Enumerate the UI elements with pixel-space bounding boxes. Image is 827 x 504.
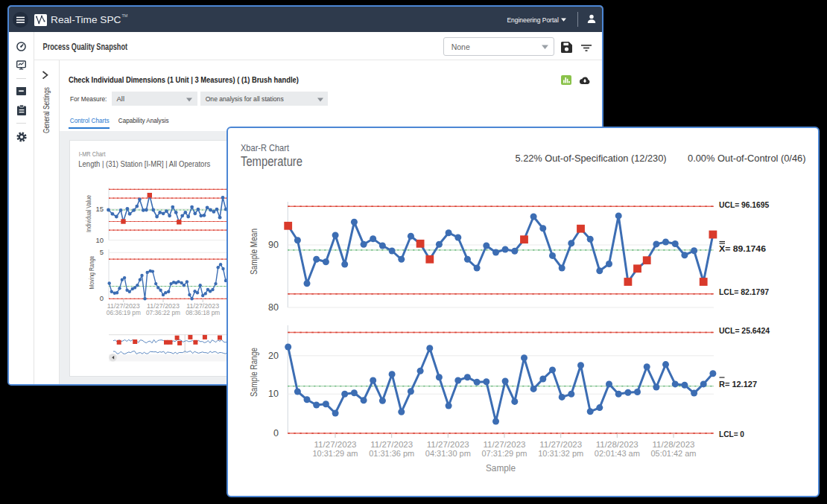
svg-text:Moving Range: Moving Range [88,255,95,289]
svg-text:06:36:19 pm: 06:36:19 pm [107,309,141,316]
svg-text:Check Individual Dimensions (1: Check Individual Dimensions (1 Unit | 3 … [69,75,299,84]
svg-text:90: 90 [268,240,279,250]
svg-text:Sample Range: Sample Range [249,348,259,397]
svg-text:All: All [117,95,125,103]
svg-text:Individual Value: Individual Value [85,195,92,232]
svg-text:Sample: Sample [486,463,516,473]
svg-text:10:31:32 pm: 10:31:32 pm [538,449,583,458]
svg-text:08:36:18 pm: 08:36:18 pm [186,309,220,316]
svg-text:01:31:36 pm: 01:31:36 pm [369,449,414,458]
svg-text:11/27/2023: 11/27/2023 [427,440,469,449]
svg-text:11/27/2023: 11/27/2023 [314,440,357,449]
svg-text:11/27/2023: 11/27/2023 [539,440,582,449]
svg-text:None: None [451,42,470,51]
svg-text:0.00% Out-of-Control (0/46): 0.00% Out-of-Control (0/46) [688,153,806,164]
svg-text:I-MR Chart: I-MR Chart [79,150,106,158]
svg-text:10:31:29 am: 10:31:29 am [313,449,358,458]
svg-text:LCL= 82.1797: LCL= 82.1797 [719,287,769,296]
svg-text:11/27/2023: 11/27/2023 [370,440,413,449]
svg-text:10: 10 [268,389,279,399]
svg-text:0: 0 [273,428,279,438]
svg-text:Sample Mean: Sample Mean [249,229,259,275]
svg-text:07:31:29 pm: 07:31:29 pm [482,449,527,458]
svg-text:Control Charts: Control Charts [70,116,110,124]
svg-text:0: 0 [100,294,104,302]
svg-text:Length | (31) Station [I-MR] |: Length | (31) Station [I-MR] | All Opera… [78,159,210,168]
svg-text:20: 20 [268,351,279,361]
svg-text:Engineering Portal: Engineering Portal [507,16,559,24]
svg-text:TM: TM [122,13,128,18]
svg-text:Process Quality Snapshot: Process Quality Snapshot [43,42,128,52]
svg-text:UCL= 25.6424: UCL= 25.6424 [719,326,770,335]
svg-text:UCL= 96.1695: UCL= 96.1695 [719,200,769,209]
svg-text:07:36:22 pm: 07:36:22 pm [146,309,180,316]
svg-text:LCL= 0: LCL= 0 [719,430,744,438]
svg-text:11/27/2023: 11/27/2023 [484,440,526,449]
svg-text:X= 89.1746: X= 89.1746 [719,244,766,253]
svg-text:5: 5 [100,248,104,256]
svg-text:R= 12.127: R= 12.127 [719,380,757,389]
svg-text:15: 15 [95,205,104,213]
svg-text:Real-Time SPC: Real-Time SPC [51,14,121,25]
svg-text:10: 10 [95,236,104,244]
svg-text:One analysis for all stations: One analysis for all stations [206,95,284,103]
svg-text:80: 80 [268,302,279,313]
svg-text:Temperature: Temperature [241,154,302,169]
svg-text:11/28/2023: 11/28/2023 [653,440,695,449]
svg-text:General Settings: General Settings [42,87,51,133]
svg-text:04:31:30 pm: 04:31:30 pm [425,449,471,458]
svg-text:11/28/2023: 11/28/2023 [596,440,639,449]
svg-text:Capability Analysis: Capability Analysis [118,116,169,124]
svg-text:02:01:43 am: 02:01:43 am [595,449,640,458]
svg-text:Xbar-R Chart: Xbar-R Chart [241,143,289,153]
svg-text:For Measure:: For Measure: [70,95,107,103]
svg-text:5.22% Out-of-Specification (12: 5.22% Out-of-Specification (12/230) [516,153,667,164]
svg-text:05:01:42 am: 05:01:42 am [651,449,697,458]
